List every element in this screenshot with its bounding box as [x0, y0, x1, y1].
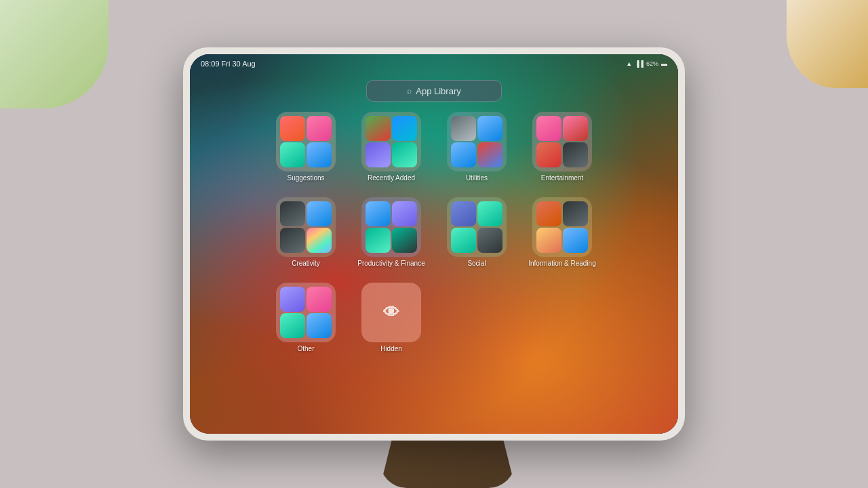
folder-creativity[interactable]: Creativity: [269, 197, 343, 271]
folder-utilities[interactable]: Utilities: [439, 111, 514, 186]
icon-ic-location: [536, 228, 561, 253]
folder-hidden[interactable]: 👁Hidden: [354, 282, 429, 357]
icon-ic-googlesuite: [477, 142, 502, 167]
plant-decoration: [0, 0, 108, 108]
icon-ic-multicolor: [307, 228, 332, 253]
battery-label: 62%: [646, 60, 658, 67]
signal-icon: ▐▐: [635, 60, 644, 67]
icon-ic-shazam: [392, 116, 417, 141]
search-label: App Library: [416, 86, 460, 96]
folder-label-social: Social: [467, 260, 486, 267]
icon-ic-invest: [392, 228, 417, 253]
clock-decoration: [787, 0, 868, 88]
icon-ic-health: [307, 287, 332, 312]
search-icon: ⌕: [407, 86, 412, 96]
icon-ic-facetime: [477, 201, 502, 226]
icon-ic-translate: [307, 142, 332, 167]
icon-ic-cloudy: [563, 228, 588, 253]
folder-label-entertainment: Entertainment: [541, 174, 583, 182]
status-icons: ▲ ▐▐ 62% ▬: [626, 60, 667, 67]
folder-recently-added[interactable]: Recently Added: [354, 111, 429, 186]
icon-ic-chrome: [366, 116, 391, 141]
icon-ic-home: [280, 142, 305, 167]
folder-entertainment[interactable]: Entertainment: [525, 111, 599, 186]
ipad-frame: 08:09 Fri 30 Aug ▲ ▐▐ 62% ▬ ⌕ App Librar…: [183, 47, 685, 441]
icon-ic-books: [536, 201, 561, 226]
folder-information[interactable]: Information & Reading: [525, 197, 599, 271]
folder-label-other: Other: [297, 345, 314, 352]
folder-productivity[interactable]: Productivity & Finance: [354, 197, 429, 271]
icon-ic-claquette: [280, 228, 305, 253]
folder-label-utilities: Utilities: [466, 174, 488, 182]
status-time: 08:09 Fri 30 Aug: [201, 60, 256, 68]
icon-ic-files: [366, 201, 391, 226]
icon-ic-photos: [307, 116, 332, 141]
icon-ic-calendar: [280, 116, 305, 141]
icon-ic-messages: [451, 228, 476, 253]
folder-label-information: Information & Reading: [528, 260, 596, 267]
search-bar[interactable]: ⌕ App Library: [366, 80, 502, 102]
icon-ic-settings: [451, 116, 476, 141]
folder-label-creativity: Creativity: [292, 260, 320, 267]
folder-label-suggestions: Suggestions: [287, 174, 324, 182]
icon-ic-contacts: [536, 142, 561, 167]
icon-ic-compass: [451, 142, 476, 167]
folder-label-productivity: Productivity & Finance: [357, 260, 425, 267]
icon-ic-finance: [366, 228, 391, 253]
status-bar: 08:09 Fri 30 Aug ▲ ▐▐ 62% ▬: [190, 54, 678, 73]
icon-ic-keychain: [366, 142, 391, 167]
icon-ic-maps: [280, 313, 305, 338]
battery-icon: ▬: [661, 60, 667, 67]
folder-other[interactable]: Other: [269, 282, 343, 357]
app-grid: SuggestionsRecently AddedUtilitiesEntert…: [269, 111, 599, 357]
ipad-screen: 08:09 Fri 30 Aug ▲ ▐▐ 62% ▬ ⌕ App Librar…: [190, 54, 678, 434]
folder-suggestions[interactable]: Suggestions: [269, 111, 343, 186]
icon-ic-shortcut: [392, 201, 417, 226]
icon-ic-table: [392, 142, 417, 167]
icon-ic-appstore: [477, 116, 502, 141]
icon-ic-stocks: [563, 201, 588, 226]
icon-ic-zoom: [307, 201, 332, 226]
icon-ic-camera: [280, 201, 305, 226]
folder-label-hidden: Hidden: [380, 345, 402, 352]
icon-ic-altstore: [280, 287, 305, 312]
icon-ic-tv: [563, 142, 588, 167]
wifi-icon: ▲: [626, 60, 632, 67]
icon-ic-discord: [451, 201, 476, 226]
icon-ic-more: [477, 228, 502, 253]
folder-label-recently-added: Recently Added: [368, 174, 415, 182]
folder-social[interactable]: Social: [439, 197, 514, 271]
icon-ic-star: [536, 116, 561, 141]
icon-ic-cloudy: [307, 313, 332, 338]
icon-ic-music: [563, 116, 588, 141]
